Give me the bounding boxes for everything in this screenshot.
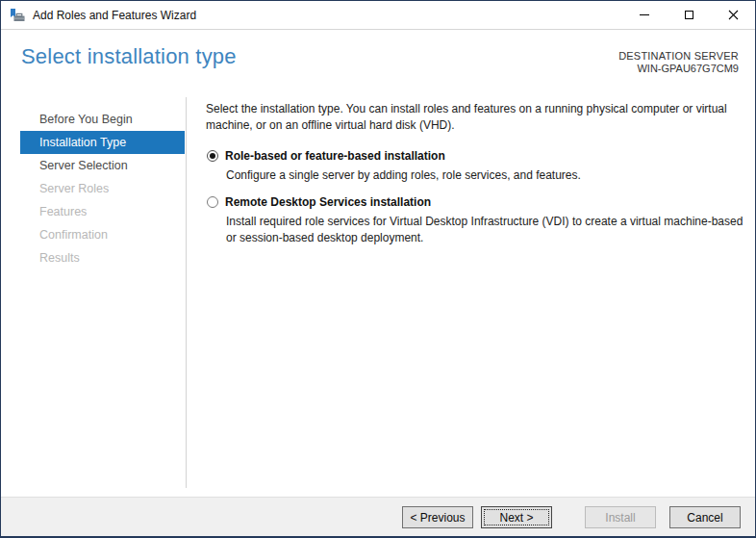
destination-server-block: DESTINATION SERVER WIN-GPAU67G7CM9 xyxy=(618,50,739,75)
radio-selected-icon[interactable] xyxy=(207,150,218,162)
option-role-based-label[interactable]: Role-based or feature-based installation xyxy=(225,148,445,164)
title-bar: Add Roles and Features Wizard xyxy=(1,1,755,30)
option-remote-desktop-description: Install required role services for Virtu… xyxy=(226,214,743,246)
option-role-based-radio-row[interactable]: Role-based or feature-based installation xyxy=(206,148,581,164)
option-remote-desktop-label[interactable]: Remote Desktop Services installation xyxy=(225,194,431,210)
option-remote-desktop-radio-row[interactable]: Remote Desktop Services installation xyxy=(206,194,743,210)
option-remote-desktop: Remote Desktop Services installation Ins… xyxy=(206,194,743,246)
option-remote-desktop-description-line-2: or session-based desktop deployment. xyxy=(226,230,743,246)
option-role-based-description-line: Configure a single server by adding role… xyxy=(226,167,581,184)
maximize-icon xyxy=(685,11,693,19)
add-roles-features-wizard-window: Add Roles and Features Wizard Select ins… xyxy=(0,0,756,538)
window-title: Add Roles and Features Wizard xyxy=(33,9,196,22)
minimize-button[interactable] xyxy=(622,1,667,29)
sidebar-item-results: Results xyxy=(20,246,185,269)
option-remote-desktop-description-line-1: Install required role services for Virtu… xyxy=(226,214,743,230)
intro-line-2: machine, or on an offline virtual hard d… xyxy=(206,117,727,134)
minimize-icon xyxy=(640,14,649,15)
install-button: Install xyxy=(585,506,656,528)
sidebar-item-confirmation: Confirmation xyxy=(20,223,185,246)
maximize-button[interactable] xyxy=(667,1,711,29)
sidebar-item-before-you-begin[interactable]: Before You Begin xyxy=(20,108,185,131)
wizard-header: Select installation type DESTINATION SER… xyxy=(1,31,755,97)
page-title: Select installation type xyxy=(21,44,237,69)
sidebar-item-installation-type[interactable]: Installation Type xyxy=(20,131,185,154)
destination-server-label: DESTINATION SERVER xyxy=(618,50,739,63)
cancel-button[interactable]: Cancel xyxy=(669,506,741,528)
next-button[interactable]: Next > xyxy=(481,506,552,528)
option-role-based: Role-based or feature-based installation… xyxy=(206,148,581,184)
server-manager-toolbox-icon xyxy=(10,8,25,23)
radio-unselected-icon[interactable] xyxy=(207,196,218,208)
sidebar-content-divider xyxy=(186,97,187,488)
destination-server-name: WIN-GPAU67G7CM9 xyxy=(618,63,739,75)
close-button[interactable] xyxy=(711,1,755,29)
sidebar-item-server-selection[interactable]: Server Selection xyxy=(20,154,185,177)
footer-bar: < Previous Next > Install Cancel xyxy=(1,497,755,536)
sidebar-item-features: Features xyxy=(20,200,185,223)
intro-text: Select the installation type. You can in… xyxy=(206,101,727,134)
previous-button[interactable]: < Previous xyxy=(402,506,473,528)
window-controls xyxy=(622,1,755,29)
sidebar-item-server-roles: Server Roles xyxy=(20,177,185,200)
close-icon xyxy=(728,10,739,20)
option-role-based-description: Configure a single server by adding role… xyxy=(226,167,581,184)
intro-line-1: Select the installation type. You can in… xyxy=(206,101,727,117)
